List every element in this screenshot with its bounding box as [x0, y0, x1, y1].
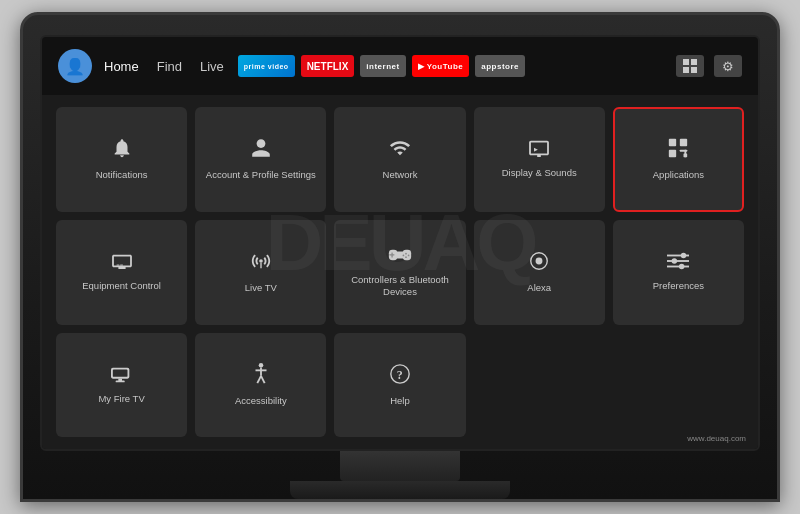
nav-right-icons: ⚙	[676, 55, 742, 77]
fire-tv-icon	[111, 365, 133, 387]
svg-rect-3	[691, 67, 697, 73]
tile-display-sounds[interactable]: ▶ Display & Sounds	[474, 107, 605, 212]
prime-video-app[interactable]: prime video	[238, 55, 295, 77]
tile-controllers[interactable]: Controllers & Bluetooth Devices	[334, 220, 465, 325]
svg-point-21	[408, 254, 410, 256]
bell-icon	[111, 137, 133, 163]
applications-label: Applications	[649, 169, 708, 181]
controllers-label: Controllers & Bluetooth Devices	[334, 274, 465, 299]
nav-home[interactable]: Home	[104, 59, 139, 74]
tile-applications[interactable]: Applications	[613, 107, 744, 212]
tile-account[interactable]: Account & Profile Settings	[195, 107, 326, 212]
netflix-app[interactable]: NETFLIX	[301, 55, 355, 77]
tile-help[interactable]: ? Help	[334, 333, 465, 438]
svg-rect-5	[669, 139, 676, 146]
notifications-label: Notifications	[92, 169, 152, 181]
website-label: www.deuaq.com	[687, 434, 746, 443]
nav-bar: 👤 Home Find Live prime video NETFLIX int…	[42, 37, 758, 95]
person-icon	[250, 137, 272, 163]
svg-line-40	[261, 376, 265, 383]
svg-point-13	[259, 259, 263, 263]
antenna-icon	[250, 250, 272, 276]
svg-point-22	[405, 256, 407, 258]
svg-line-39	[257, 376, 261, 383]
svg-rect-7	[669, 150, 676, 157]
tile-live-tv[interactable]: Live TV	[195, 220, 326, 325]
tv-icon	[111, 252, 133, 274]
svg-text:?: ?	[397, 367, 403, 381]
tile-accessibility[interactable]: Accessibility	[195, 333, 326, 438]
svg-rect-28	[667, 266, 689, 268]
svg-point-36	[258, 363, 263, 368]
appstore-app[interactable]: appstore	[475, 55, 525, 77]
network-label: Network	[379, 169, 422, 181]
tile-my-fire-tv[interactable]: My Fire TV	[56, 333, 187, 438]
svg-rect-35	[115, 380, 124, 382]
alexa-icon	[528, 250, 550, 276]
svg-point-31	[679, 264, 685, 270]
controller-icon	[388, 246, 412, 268]
nav-links: Home Find Live	[104, 59, 224, 74]
help-label: Help	[386, 395, 414, 407]
screen-background: 👤 Home Find Live prime video NETFLIX int…	[42, 37, 758, 449]
accessibility-label: Accessibility	[231, 395, 291, 407]
svg-point-23	[403, 254, 405, 256]
svg-point-25	[536, 258, 542, 264]
tv-body: 👤 Home Find Live prime video NETFLIX int…	[20, 12, 780, 502]
display-icon: ▶	[528, 139, 550, 161]
internet-app[interactable]: internet	[360, 55, 405, 77]
preferences-label: Preferences	[649, 280, 708, 292]
svg-rect-11	[116, 265, 119, 266]
nav-find[interactable]: Find	[157, 59, 182, 74]
youtube-app[interactable]: ▶ YouTube	[412, 55, 470, 77]
tile-preferences[interactable]: Preferences	[613, 220, 744, 325]
wifi-icon	[389, 137, 411, 163]
display-sounds-label: Display & Sounds	[498, 167, 581, 179]
help-icon: ?	[389, 363, 411, 389]
alexa-label: Alexa	[523, 282, 555, 294]
tile-network[interactable]: Network	[334, 107, 465, 212]
svg-text:▶: ▶	[535, 147, 539, 152]
svg-rect-12	[120, 265, 123, 266]
grid-icon[interactable]	[676, 55, 704, 77]
svg-rect-10	[685, 150, 687, 157]
settings-grid: Notifications Account & Profile Settings	[42, 95, 758, 449]
my-fire-tv-label: My Fire TV	[94, 393, 148, 405]
tile-notifications[interactable]: Notifications	[56, 107, 187, 212]
avatar-icon: 👤	[65, 57, 85, 76]
svg-rect-6	[680, 139, 687, 146]
tv-stand-base	[290, 481, 510, 499]
settings-icon[interactable]: ⚙	[714, 55, 742, 77]
svg-rect-17	[397, 251, 404, 258]
svg-rect-0	[683, 59, 689, 65]
svg-point-30	[672, 258, 678, 264]
apps-icon	[667, 137, 689, 163]
streaming-apps: prime video NETFLIX internet ▶ YouTube a…	[238, 55, 676, 77]
live-tv-label: Live TV	[241, 282, 281, 294]
svg-rect-2	[683, 67, 689, 73]
tv-screen: 👤 Home Find Live prime video NETFLIX int…	[40, 35, 760, 451]
svg-rect-1	[691, 59, 697, 65]
svg-rect-33	[112, 369, 127, 376]
tv-stand-neck	[340, 451, 460, 481]
nav-live[interactable]: Live	[200, 59, 224, 74]
equipment-label: Equipment Control	[78, 280, 165, 292]
sliders-icon	[667, 252, 689, 274]
tile-alexa[interactable]: Alexa	[474, 220, 605, 325]
tile-equipment-control[interactable]: Equipment Control	[56, 220, 187, 325]
svg-rect-19	[389, 254, 394, 255]
accessibility-icon	[252, 363, 270, 389]
account-label: Account & Profile Settings	[202, 169, 320, 181]
avatar: 👤	[58, 49, 92, 83]
svg-point-20	[405, 253, 407, 255]
svg-rect-27	[667, 260, 689, 262]
svg-point-29	[681, 253, 687, 259]
